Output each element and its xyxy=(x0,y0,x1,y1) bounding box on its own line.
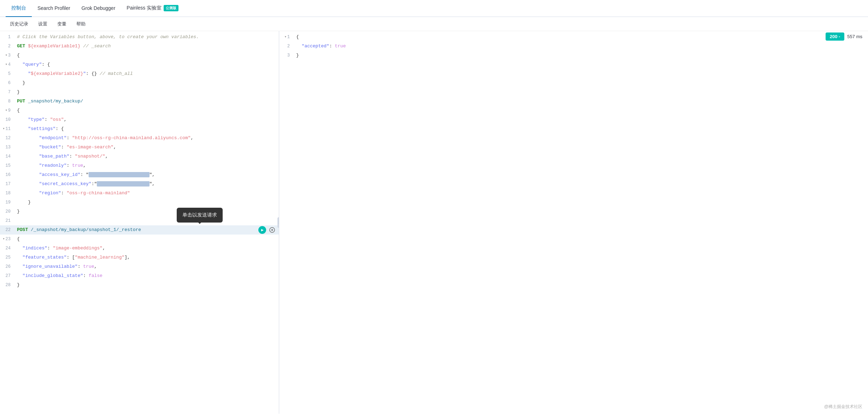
table-row: 27 "include_global_state": false xyxy=(0,271,279,280)
table-row: 2 GET ${exampleVariable1} // _search xyxy=(0,42,279,51)
table-row: 15 "readonly": true, xyxy=(0,161,279,170)
code-editor: 1 # Click the Variables button, above, t… xyxy=(0,31,279,291)
table-row: ▾11 "settings": { xyxy=(0,124,279,134)
status-time: 557 ms xyxy=(847,34,862,39)
response-row: ▾1 { xyxy=(279,32,868,42)
history-button[interactable]: 历史记录 xyxy=(6,19,33,29)
table-row: 26 "ignore_unavailable": true, xyxy=(0,262,279,271)
tooltip: 单击以发送请求 xyxy=(177,208,223,223)
editor-container: 1 # Click the Variables button, above, t… xyxy=(0,31,868,414)
table-row: 8 PUT _snapshot/my_backup/ xyxy=(0,97,279,106)
tab-grok-debugger[interactable]: Grok Debugger xyxy=(76,0,121,17)
tab-console[interactable]: 控制台 xyxy=(6,0,32,17)
table-row: ▾23 { xyxy=(0,235,279,244)
run-button[interactable] xyxy=(258,226,266,234)
variables-button[interactable]: 变量 xyxy=(53,19,71,29)
response-row: 2 "accepted": true xyxy=(279,42,868,51)
watermark: @稀土掘金技术社区 xyxy=(824,404,862,410)
settings-button[interactable]: 设置 xyxy=(34,19,52,29)
table-row: 13 "bucket": "es-image-search", xyxy=(0,143,279,152)
help-button[interactable]: 帮助 xyxy=(72,19,90,29)
status-code: 200 - xyxy=(826,32,845,41)
table-row: 20 } xyxy=(0,207,279,216)
tooltip-container: 单击以发送请求 xyxy=(177,208,223,223)
panel-divider[interactable]: ⋮ xyxy=(277,217,279,228)
table-row: 14 "base_path": "snapshot/", xyxy=(0,152,279,161)
table-row: 25 "feature_states": ["machine_learning"… xyxy=(0,253,279,262)
table-row: 6 } xyxy=(0,78,279,88)
status-bar: 200 - 557 ms xyxy=(820,31,868,42)
left-panel[interactable]: 1 # Click the Variables button, above, t… xyxy=(0,31,279,414)
table-row: ▾4 "query": { xyxy=(0,60,279,69)
tab-painless[interactable]: Painless 实验室 公测版 xyxy=(121,0,184,17)
table-row: 21 xyxy=(0,216,279,225)
table-row: 10 "type": "oss", xyxy=(0,115,279,124)
table-row: 28 } xyxy=(0,280,279,290)
response-row: 3 } xyxy=(279,51,868,60)
tab-search-profiler[interactable]: Search Profiler xyxy=(32,0,76,17)
table-row: 7 } xyxy=(0,88,279,97)
table-row: 5 "${exampleVariable2}": {} // match_all xyxy=(0,69,279,78)
table-row: 16 "access_key_id": "███████████████████… xyxy=(0,170,279,179)
right-panel: ▾1 { 2 "accepted": true 3 } xyxy=(279,31,868,414)
table-row: 18 "region": "oss-rg-china-mainland" xyxy=(0,189,279,198)
line-actions xyxy=(258,226,276,234)
table-row: 12 "endpoint": "http://oss-rg-china-main… xyxy=(0,134,279,143)
secondary-nav: 历史记录 设置 变量 帮助 xyxy=(0,17,868,31)
beta-badge: 公测版 xyxy=(164,5,178,11)
table-row: 17 "secret_access_key":"████████████████… xyxy=(0,179,279,189)
table-row: 19 } xyxy=(0,198,279,207)
table-row: ▾3 { xyxy=(0,51,279,60)
table-row: 24 "indices": "image-embeddings", xyxy=(0,244,279,253)
top-nav: 控制台 Search Profiler Grok Debugger Painle… xyxy=(0,0,868,17)
copy-as-curl-button[interactable] xyxy=(268,226,276,234)
table-row: 1 # Click the Variables button, above, t… xyxy=(0,32,279,42)
table-row: 22 POST /_snapshot/my_backup/snapshot_1/… xyxy=(0,225,279,235)
table-row: ▾9 { xyxy=(0,106,279,115)
response-editor: ▾1 { 2 "accepted": true 3 } xyxy=(279,31,868,61)
